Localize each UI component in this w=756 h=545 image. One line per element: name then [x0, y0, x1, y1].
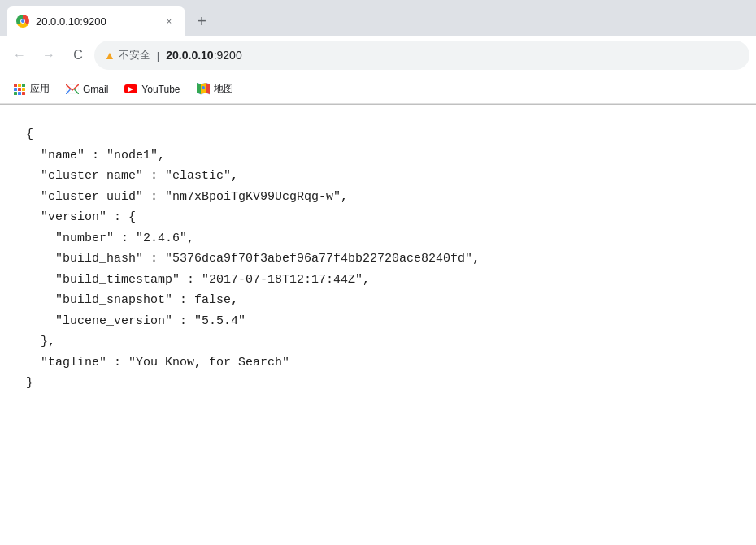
back-button[interactable]: ← [7, 42, 33, 68]
tab-bar: 20.0.0.10:9200 × + [0, 0, 756, 36]
svg-rect-1 [18, 84, 21, 87]
svg-rect-6 [14, 92, 17, 95]
bookmarks-bar: 应用 Gmail YouTube [0, 75, 756, 104]
svg-rect-5 [22, 88, 25, 91]
address-hostname: 20.0.0.10 [166, 49, 213, 62]
svg-rect-3 [14, 88, 17, 91]
active-tab[interactable]: 20.0.0.10:9200 × [7, 6, 185, 36]
address-bar-row: ← → C ▲ 不安全 | 20.0.0.10:9200 [0, 36, 756, 75]
bookmark-youtube[interactable]: YouTube [118, 80, 186, 99]
refresh-button[interactable]: C [65, 42, 91, 68]
tab-close-button[interactable]: × [163, 15, 176, 28]
json-content: { "name" : "node1", "cluster_name" : "el… [26, 124, 730, 394]
bookmark-gmail-label: Gmail [83, 84, 108, 95]
svg-rect-0 [14, 84, 17, 87]
bookmark-maps[interactable]: 地图 [190, 79, 240, 99]
gmail-icon [66, 83, 79, 96]
bookmark-apps-label: 应用 [30, 82, 50, 96]
svg-rect-8 [22, 92, 25, 95]
apps-grid-icon [13, 83, 26, 96]
maps-icon [197, 83, 210, 96]
bookmark-youtube-label: YouTube [141, 84, 180, 95]
warning-icon: ▲ [104, 49, 115, 62]
bookmark-gmail[interactable]: Gmail [59, 80, 115, 99]
browser-chrome: 20.0.0.10:9200 × + ← → C ▲ 不安全 | 20.0.0.… [0, 0, 756, 105]
tab-title: 20.0.0.10:9200 [36, 15, 156, 28]
page-content: { "name" : "node1", "cluster_name" : "el… [0, 105, 756, 545]
new-tab-button[interactable]: + [190, 10, 213, 32]
svg-marker-15 [206, 83, 210, 94]
tab-favicon [16, 15, 29, 28]
security-label: 不安全 [119, 48, 150, 63]
bookmark-apps[interactable]: 应用 [7, 79, 56, 99]
forward-button[interactable]: → [36, 42, 62, 68]
svg-point-16 [202, 86, 205, 89]
bookmark-maps-label: 地图 [214, 82, 233, 96]
svg-rect-2 [22, 84, 25, 87]
youtube-icon [124, 83, 137, 96]
address-separator: | [157, 50, 159, 62]
address-input[interactable]: ▲ 不安全 | 20.0.0.10:9200 [94, 41, 749, 70]
address-text: 20.0.0.10:9200 [166, 49, 241, 62]
svg-marker-13 [197, 83, 201, 94]
security-warning: ▲ 不安全 [104, 48, 150, 63]
address-port: :9200 [214, 49, 242, 62]
svg-rect-4 [18, 88, 21, 91]
svg-rect-7 [18, 92, 21, 95]
